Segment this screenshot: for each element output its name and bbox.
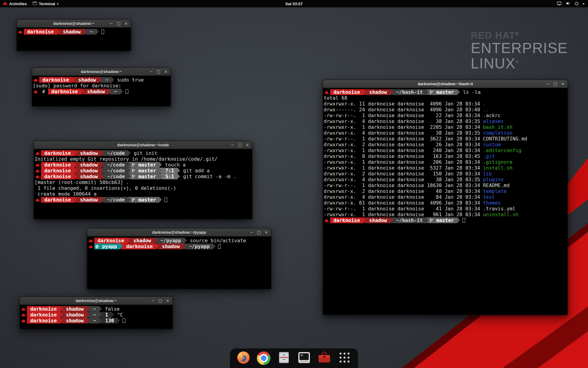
system-status-area[interactable]: ▾ xyxy=(557,0,588,7)
prompt-segment: ~ xyxy=(111,89,120,94)
terminal-line: Initialized empty Git repository in /hom… xyxy=(35,156,251,162)
prompt-segment: darknoise xyxy=(24,29,57,35)
minimize-button[interactable]: − xyxy=(249,230,254,235)
powerline-separator-icon xyxy=(159,174,162,179)
brand-line-redhat: RED HAT® xyxy=(471,31,568,40)
terminal-line: darknoise shadow ~/code git init xyxy=(35,150,251,156)
powerline-separator-icon xyxy=(101,162,104,167)
terminal-window-code[interactable]: darknoise@shadow:~/code − □ × darknoise … xyxy=(34,141,252,219)
dock-item-toolbox[interactable] xyxy=(317,351,332,366)
powerline-separator-icon xyxy=(117,318,120,323)
prompt-segment: darknoise xyxy=(48,89,81,94)
terminal-window-bash-it[interactable]: darknoise@shadow:~/bash-it − □ × darknoi… xyxy=(323,80,568,315)
maximize-button[interactable]: □ xyxy=(257,230,261,235)
close-button[interactable]: × xyxy=(124,21,128,26)
terminal-text: drwxrwxr-x. 4 darknoise darknoise 84 Jan… xyxy=(324,194,483,200)
dock-item-chrome[interactable] xyxy=(256,351,271,366)
powerline-separator-icon xyxy=(108,89,111,94)
window-titlebar[interactable]: darknoise@shadow:~/pyapp − □ × xyxy=(87,228,271,236)
prompt-segment: ~/pyapp xyxy=(186,243,213,249)
close-button[interactable]: × xyxy=(245,143,250,148)
terminal-window-home-1[interactable]: darknoise@shadow:~ − □ × darknoise shado… xyxy=(17,19,131,51)
powerline-separator-icon xyxy=(426,217,429,223)
prompt-segment: darknoise xyxy=(27,312,60,318)
powerline-separator-icon xyxy=(128,162,131,167)
window-titlebar[interactable]: darknoise@shadow:~/code − □ × xyxy=(34,141,252,149)
minimize-button[interactable]: − xyxy=(109,21,114,26)
prompt-segment: shadow xyxy=(77,162,101,168)
terminal-screen[interactable]: darknoise shadow ~/code git initInitiali… xyxy=(34,149,252,219)
dock-item-terminal[interactable]: $> xyxy=(297,351,311,366)
prompt-segment: shadow xyxy=(63,306,87,312)
red-hat-prompt-icon xyxy=(21,306,27,312)
terminal-screen[interactable]: darknoise shadow ~ xyxy=(17,28,131,51)
window-titlebar[interactable]: darknoise@shadow:~ − □ × xyxy=(20,297,172,305)
window-titlebar[interactable]: darknoise@shadow:~ − □ × xyxy=(32,68,171,76)
close-button[interactable]: × xyxy=(164,69,168,74)
terminal-window-sudo[interactable]: darknoise@shadow:~ − □ × darknoise shado… xyxy=(32,67,171,106)
close-button[interactable]: × xyxy=(264,230,269,235)
redhat-brand-logo: RED HAT® ENTERPRISE LINUX® xyxy=(471,31,568,71)
terminal-text: -rw-rw-r--. 1 darknoise darknoise 41 Jan… xyxy=(324,206,483,212)
terminal-screen[interactable]: darknoise shadow ~/bash-it master ls -la… xyxy=(323,88,567,315)
window-title: darknoise@shadow:~ xyxy=(53,21,94,26)
window-title: darknoise@shadow:~/bash-it xyxy=(418,82,473,86)
maximize-button[interactable]: □ xyxy=(158,298,163,303)
terminal-cursor xyxy=(462,218,465,223)
terminal-text: drwxrwxr-x. 61 darknoise darknoise 4096 … xyxy=(324,200,483,206)
powerline-separator-icon xyxy=(128,174,131,179)
terminal-text: drwxrwxr-x. 2 darknoise darknoise 40 Jan… xyxy=(324,188,483,194)
terminal-text: drwxrwxr-x. 2 darknoise darknoise 26 Jan… xyxy=(324,142,483,148)
terminal-screen[interactable]: darknoise shadow ~ sudo true[sudo] passw… xyxy=(32,76,171,106)
terminal-text: CONTRIBUTING.md xyxy=(483,136,527,142)
terminal-text: -rw-rw-r--. 1 darknoise darknoise 22 Jan… xyxy=(324,113,483,118)
window-titlebar[interactable]: darknoise@shadow:~/bash-it − □ × xyxy=(323,80,567,88)
powerline-separator-icon xyxy=(87,306,90,312)
activities-button[interactable]: Activities xyxy=(0,0,30,7)
window-titlebar[interactable]: darknoise@shadow:~ − □ × xyxy=(17,20,131,28)
minimize-button[interactable]: − xyxy=(149,69,153,74)
terminal-line: -rwxrwxr-x. 1 darknoise darknoise 240 Ja… xyxy=(324,148,567,153)
minimize-button[interactable]: − xyxy=(230,143,235,148)
window-controls: − □ × xyxy=(230,141,250,149)
powerline-separator-icon xyxy=(60,318,63,323)
prompt-segment: ~/bash-it xyxy=(393,89,426,95)
powerline-separator-icon xyxy=(111,77,114,82)
terminal-text: drwxrwxr-x. 11 darknoise darknoise 4096 … xyxy=(324,101,483,107)
powerline-separator-icon xyxy=(101,174,104,179)
terminal-line: -rwxrwxr-x. 1 darknoise darknoise 961 Ja… xyxy=(324,212,567,217)
volume-icon xyxy=(566,1,571,6)
terminal-window-pyapp[interactable]: darknoise@shadow:~/pyapp − □ × darknoise… xyxy=(87,228,271,289)
powerline-separator-icon xyxy=(159,168,162,173)
dock-item-files[interactable] xyxy=(277,351,291,366)
clock-button[interactable]: Sat 03:57 xyxy=(282,0,306,7)
terminal-line: total 68 xyxy=(324,95,567,101)
prompt-segment: darknoise xyxy=(41,150,74,156)
terminal-line: -rw-rw-r--. 1 darknoise darknoise 3622 J… xyxy=(324,136,567,142)
terminal-line: [master (root-commit) 50bcb63] . xyxy=(35,179,251,185)
app-menu-terminal[interactable]: Terminal ▾ xyxy=(30,0,61,7)
dock-item-firefox[interactable] xyxy=(236,351,251,366)
terminal-line: drwxrwxr-x. 2 darknoise darknoise 26 Jan… xyxy=(324,142,567,148)
maximize-button[interactable]: □ xyxy=(238,143,242,148)
red-hat-prompt-icon xyxy=(35,168,41,174)
terminal-text: drwxrwxr-x. 2 darknoise darknoise 150 Ja… xyxy=(324,171,483,177)
close-button[interactable]: × xyxy=(560,82,565,86)
terminal-screen[interactable]: darknoise shadow ~/pyapp source bin/acti… xyxy=(87,237,271,289)
dock-item-show-apps[interactable] xyxy=(337,351,352,366)
close-button[interactable]: × xyxy=(165,298,170,303)
minimize-button[interactable]: − xyxy=(546,82,550,86)
prompt-segment: darknoise xyxy=(330,217,363,223)
window-title: darknoise@shadow:~ xyxy=(81,69,122,74)
prompt-segment: 1 xyxy=(102,312,111,318)
maximize-button[interactable]: □ xyxy=(553,82,558,86)
maximize-button[interactable]: □ xyxy=(116,21,121,26)
terminal-line: -rw-rw-r--. 1 darknoise darknoise 41 Jan… xyxy=(324,206,567,212)
terminal-text: # xyxy=(39,89,48,94)
terminal-screen[interactable]: darknoise shadow ~ false darknoise shado… xyxy=(20,305,172,329)
minimize-button[interactable]: − xyxy=(151,298,155,303)
powerline-separator-icon xyxy=(390,89,393,95)
terminal-text: -rw-rw-r--. 1 darknoise darknoise 3622 J… xyxy=(324,136,483,142)
terminal-window-exitcodes[interactable]: darknoise@shadow:~ − □ × darknoise shado… xyxy=(20,297,173,329)
maximize-button[interactable]: □ xyxy=(156,69,161,74)
